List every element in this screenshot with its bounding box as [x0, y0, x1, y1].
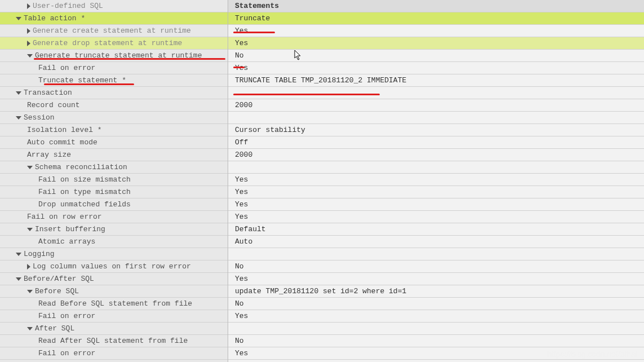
value-before-after[interactable]: Yes: [228, 273, 644, 285]
tree-fail-on-error[interactable]: Fail on error: [0, 62, 228, 74]
value-fail-err2[interactable]: Yes: [228, 310, 644, 323]
value-read-after[interactable]: No: [228, 335, 644, 347]
value-log-cols[interactable]: No: [228, 261, 644, 273]
chevron-down-icon: [16, 17, 21, 20]
value-auto-commit[interactable]: Off: [228, 136, 644, 149]
chevron-down-icon: [27, 54, 33, 58]
value-no1[interactable]: No: [228, 50, 644, 62]
chevron-right-icon: [27, 28, 30, 34]
tree-isolation-level[interactable]: Isolation level *: [0, 124, 228, 136]
value-fail-type[interactable]: Yes: [228, 186, 644, 198]
value-fail-row[interactable]: Yes: [228, 211, 644, 223]
tree-session[interactable]: Session: [0, 112, 228, 124]
value-truncate-sql[interactable]: TRUNCATE TABLE TMP_20181120_2 IMMEDIATE: [228, 74, 644, 87]
value-drop-unmatched[interactable]: Yes: [228, 198, 644, 211]
value-record-count[interactable]: 2000: [228, 99, 644, 112]
value-atomic[interactable]: Auto: [228, 236, 644, 248]
value-empty3[interactable]: [228, 161, 644, 174]
tree-gen-truncate[interactable]: Generate truncate statement at runtime: [0, 50, 228, 62]
value-before-sql[interactable]: update TMP_20181120 set id=2 where id=1: [228, 285, 644, 298]
tree-fail-on-error2[interactable]: Fail on error: [0, 310, 228, 323]
tree-before-sql[interactable]: Before SQL: [0, 285, 228, 298]
tree-insert-buffering[interactable]: Insert buffering: [0, 223, 228, 236]
column-header-statements: Statements: [228, 0, 644, 12]
tree-gen-drop[interactable]: Generate drop statement at runtime: [0, 37, 228, 50]
value-fail-err3[interactable]: Yes: [228, 347, 644, 360]
tree-fail-row-error[interactable]: Fail on row error: [0, 211, 228, 223]
tree-table-action[interactable]: Table action *: [0, 12, 228, 25]
tree-after-sql[interactable]: After SQL: [0, 323, 228, 335]
chevron-down-icon: [16, 91, 21, 95]
tree-read-after-sql[interactable]: Read After SQL statement from file: [0, 335, 228, 347]
value-array-size[interactable]: 2000: [228, 149, 644, 161]
tree-log-columns[interactable]: Log column values on first row error: [0, 261, 228, 273]
tree-record-count[interactable]: Record count: [0, 99, 228, 112]
value-insert-buf[interactable]: Default: [228, 223, 644, 236]
value-yes2[interactable]: Yes: [228, 37, 644, 50]
value-fail-size[interactable]: Yes: [228, 174, 644, 186]
tree-auto-commit[interactable]: Auto commit mode: [0, 136, 228, 149]
tree-fail-size[interactable]: Fail on size mismatch: [0, 174, 228, 186]
tree-drop-unmatched[interactable]: Drop unmatched fields: [0, 198, 228, 211]
tree-schema-recon[interactable]: Schema reconciliation: [0, 161, 228, 174]
value-empty2[interactable]: [228, 112, 644, 124]
value-read-before[interactable]: No: [228, 298, 644, 310]
chevron-right-icon: [27, 264, 30, 270]
value-empty5[interactable]: [228, 323, 644, 335]
tree-truncate-stmt[interactable]: Truncate statement *: [0, 74, 228, 87]
value-yes3[interactable]: Yes: [228, 62, 644, 74]
chevron-down-icon: [16, 116, 21, 120]
tree-read-before-sql[interactable]: Read Before SQL statement from file: [0, 298, 228, 310]
tree-fail-type[interactable]: Fail on type mismatch: [0, 186, 228, 198]
values-panel: Statements Truncate Yes Yes No Yes TRUNC…: [228, 0, 644, 362]
tree-array-size[interactable]: Array size: [0, 149, 228, 161]
chevron-down-icon: [27, 290, 33, 293]
chevron-right-icon: [27, 41, 30, 46]
property-tree: User-defined SQL Table action * Generate…: [0, 0, 228, 362]
tree-atomic-arrays[interactable]: Atomic arrays: [0, 236, 228, 248]
chevron-down-icon: [27, 228, 33, 231]
tree-fail-on-error3[interactable]: Fail on error: [0, 347, 228, 360]
tree-gen-create[interactable]: Generate create statement at runtime: [0, 25, 228, 37]
chevron-down-icon: [16, 253, 21, 256]
tree-user-defined-sql[interactable]: User-defined SQL: [0, 0, 228, 12]
chevron-right-icon: [27, 3, 30, 9]
tree-transaction[interactable]: Transaction: [0, 87, 228, 99]
chevron-down-icon: [16, 277, 21, 281]
value-isolation[interactable]: Cursor stability: [228, 124, 644, 136]
value-yes1[interactable]: Yes: [228, 25, 644, 37]
value-truncate[interactable]: Truncate: [228, 12, 644, 25]
chevron-down-icon: [27, 166, 33, 169]
value-empty1[interactable]: [228, 87, 644, 99]
tree-before-after-sql[interactable]: Before/After SQL: [0, 273, 228, 285]
tree-logging[interactable]: Logging: [0, 248, 228, 261]
value-empty4[interactable]: [228, 248, 644, 261]
chevron-down-icon: [27, 327, 33, 330]
